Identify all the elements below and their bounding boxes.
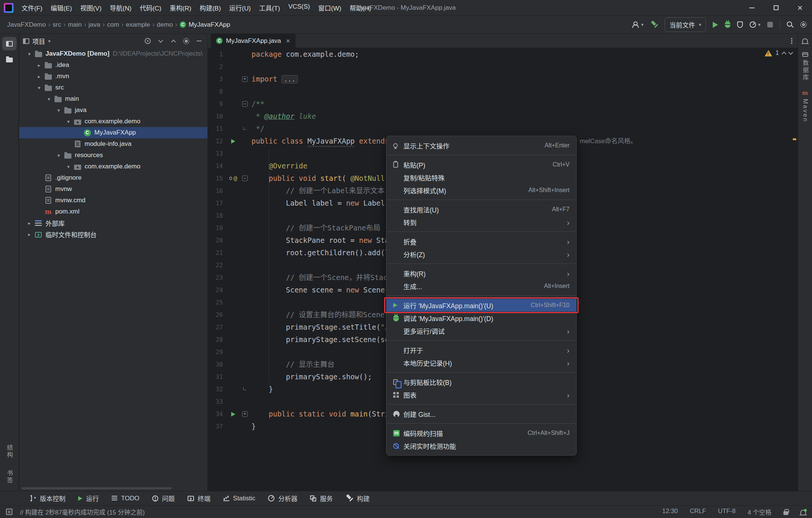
locate-file-button[interactable] [143,36,153,46]
tree-row[interactable]: mvnw.cmd [19,195,208,206]
tree-row[interactable]: ▾resources [19,150,208,161]
breadcrumb-item[interactable]: src [51,20,63,29]
fold-collapse-icon[interactable]: − [242,101,248,107]
chevron-expanded-icon[interactable]: ▾ [54,153,64,158]
tree-row[interactable]: mvnw [19,183,208,195]
next-problem-icon[interactable] [788,50,793,55]
stop-button[interactable] [767,22,773,27]
tree-row[interactable]: ▾com.example.demo [19,161,208,172]
tree-row[interactable]: ▸临时文件和控制台 [19,229,208,240]
menubar-item[interactable]: 窗口(W) [314,3,345,12]
bottom-tool-button[interactable]: 运行 [72,491,105,505]
tree-row[interactable]: CMyJavaFXApp [19,127,208,138]
tree-row[interactable]: ▾main [19,93,208,105]
bottom-tool-button[interactable]: Statistic [217,491,262,505]
menubar-item[interactable]: 重构(R) [165,3,195,12]
menubar-item[interactable]: 视图(V) [76,3,106,12]
tree-row[interactable]: module-info.java [19,138,208,150]
fold-expand-icon[interactable]: + [242,76,248,82]
bottom-tool-button[interactable]: 终端 [181,491,217,505]
chevron-expanded-icon[interactable]: ▾ [54,108,64,113]
tree-row[interactable]: ▸.idea [19,59,208,71]
context-menu-item[interactable]: 运行 'MyJavaFXApp.main()'(U)Ctrl+Shift+F10 [386,299,576,312]
run-configuration-select[interactable]: 当前文件▾ [665,17,706,32]
notifications-bell-icon[interactable] [802,38,808,43]
context-menu-item[interactable]: 关闭实时检测功能 [386,439,576,452]
run-gutter-icon[interactable] [231,412,235,417]
bottom-tool-button[interactable]: 服务 [304,491,339,505]
context-menu-item[interactable]: 显示上下文操作Alt+Enter [386,139,576,152]
tree-row[interactable]: ▾com.example.demo [19,116,208,127]
panel-options-button[interactable] [181,36,191,46]
user-menu-button[interactable]: ▾ [632,21,644,28]
context-menu-item[interactable]: 生成...Alt+Insert [386,280,576,292]
context-menu-item[interactable]: 折叠› [386,235,576,248]
minimize-button[interactable] [740,0,764,15]
collapse-all-button[interactable] [168,36,178,46]
chevron-expanded-icon[interactable]: ▾ [64,164,73,170]
annotation-gutter-icon[interactable]: @ [233,172,237,185]
chevron-collapsed-icon[interactable]: ▸ [34,62,44,68]
breadcrumb-item[interactable]: example [124,20,152,29]
project-tool-button[interactable] [2,37,17,50]
menubar-item[interactable]: 代码(C) [136,3,166,12]
bottom-tool-button[interactable]: TODO [105,491,146,505]
editor-tab[interactable]: C MyJavaFXApp.java × [211,34,295,48]
tree-row[interactable]: ▾java [19,105,208,116]
context-menu-item[interactable]: 图表› [386,388,576,401]
tree-row[interactable]: ▾JavaFXDemo [Demo]D:\IDEAProjects\JCNCPr… [19,48,208,59]
profiler-button[interactable]: ▾ [750,21,760,28]
database-tool-button[interactable]: 数据库 [801,52,810,81]
search-everywhere-button[interactable] [787,21,794,28]
tree-row[interactable]: ▸外部库 [19,217,208,229]
horizontal-scrollbar[interactable] [21,487,172,489]
context-menu-item[interactable]: 转到› [386,216,576,229]
coverage-button[interactable] [737,21,743,28]
breadcrumb-item[interactable]: JavaFXDemo [5,20,48,29]
run-gutter-icon[interactable] [231,139,235,144]
context-menu-item[interactable]: 更多运行/调试› [386,324,576,337]
bottom-tool-button[interactable]: 构建 [339,491,376,505]
context-menu-item[interactable]: 重构(R)› [386,267,576,280]
bottom-tool-button[interactable]: 版本控制 [24,491,72,505]
more-tabs-icon[interactable] [791,40,792,42]
tree-row[interactable]: .gitignore [19,172,208,183]
context-menu-item[interactable]: 调试 'MyJavaFXApp.main()'(D) [386,312,576,324]
tool-window-corner-icon[interactable] [6,509,12,515]
tool-stripe-label[interactable]: 结构 [5,444,14,459]
debug-button[interactable] [725,21,730,28]
context-menu-item[interactable]: 创建 Gist... [386,407,576,420]
prev-problem-icon[interactable] [782,51,786,56]
context-menu-item[interactable]: 编码规约扫描Ctrl+Alt+Shift+J [386,427,576,439]
inspections-widget[interactable]: 1 [765,50,792,56]
bottom-tool-button[interactable]: 问题 [146,491,181,505]
context-menu-item[interactable]: 本地历史记录(H)› [386,356,576,369]
tree-row[interactable]: ▸.mvn [19,71,208,82]
breadcrumb-current-file[interactable]: CMyJavaFXApp [178,20,232,29]
tool-stripe-label[interactable]: 书签 [5,470,14,484]
context-menu-item[interactable]: 复制/粘贴特殊 [386,171,576,184]
override-gutter-icon[interactable]: o [229,172,232,185]
notifications-bell-icon[interactable] [800,510,806,515]
context-menu-item[interactable]: 查找用法(U)Alt+F7 [386,203,576,216]
breadcrumb-item[interactable]: java [87,20,102,29]
tree-row[interactable]: ▾src [19,82,208,93]
menubar-item[interactable]: 导航(N) [106,3,136,12]
build-hammer-icon[interactable] [650,21,658,28]
chevron-expanded-icon[interactable]: ▾ [64,119,73,124]
breadcrumb-item[interactable]: demo [155,20,175,29]
context-menu-item[interactable]: 与剪贴板比较(B) [386,376,576,388]
chevron-collapsed-icon[interactable]: ▸ [34,74,44,79]
maximize-button[interactable] [764,0,788,15]
close-button[interactable]: × [788,0,812,15]
context-menu-item[interactable]: 分析(Z)› [386,248,576,261]
menubar-item[interactable]: 文件(F) [17,3,47,12]
tree-row[interactable]: mpom.xml [19,206,208,217]
chevron-expanded-icon[interactable]: ▾ [44,96,54,102]
project-panel-title[interactable]: 项目 [32,36,45,46]
fold-expand-icon[interactable]: + [242,411,248,417]
bottom-tool-button[interactable]: 分析器 [262,491,304,505]
fold-collapse-icon[interactable]: − [242,176,248,181]
breadcrumb-item[interactable]: main [66,20,84,29]
chevron-expanded-icon[interactable]: ▾ [34,85,44,91]
